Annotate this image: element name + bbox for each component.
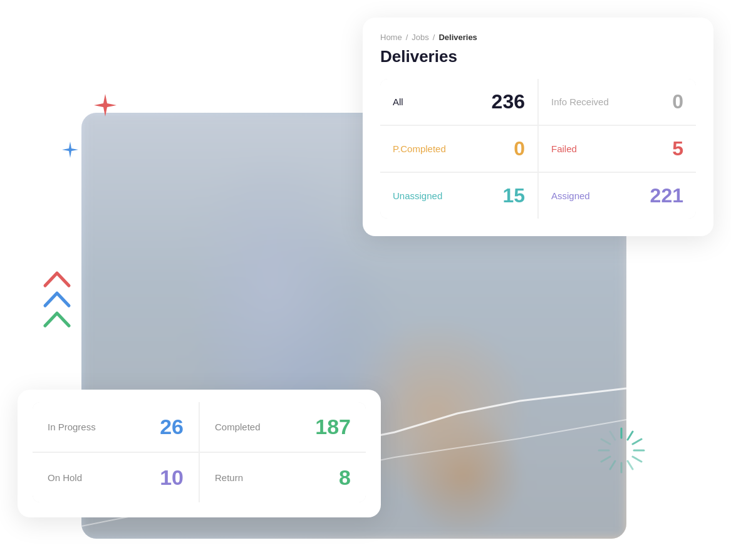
svg-line-1 [628,432,633,440]
stat-on-hold-value: 10 [160,465,184,490]
svg-line-5 [628,461,633,469]
stat-on-hold-label: On Hold [48,472,82,483]
stat-info-received[interactable]: Info Received 0 [539,79,696,125]
breadcrumb-sep1: / [406,33,408,42]
svg-line-8 [601,457,610,462]
stat-in-progress[interactable]: In Progress 26 [33,402,199,452]
breadcrumb-deliveries[interactable]: Deliveries [438,33,477,42]
breadcrumb: Home / Jobs / Deliveries [380,33,696,42]
stat-return[interactable]: Return 8 [200,453,366,502]
stat-failed-value: 5 [672,137,683,160]
stat-unassigned-value: 15 [502,184,525,207]
svg-line-7 [610,461,615,469]
chevron-green-icon [43,309,71,328]
stat-assigned-label: Assigned [551,190,590,201]
stat-assigned[interactable]: Assigned 221 [539,173,696,219]
breadcrumb-home[interactable]: Home [380,33,402,42]
teal-sparkle-icon [593,422,650,479]
red-star-icon [93,93,118,118]
stat-completed[interactable]: Completed 187 [200,402,366,452]
chevron-red-icon [43,269,71,288]
stat-all[interactable]: All 236 [380,79,537,125]
bottom-stats-grid: In Progress 26 Completed 187 On Hold 10 … [33,402,366,502]
svg-line-10 [601,439,610,444]
svg-line-11 [610,432,615,440]
stat-completed-value: 187 [315,415,351,439]
stat-info-received-label: Info Received [551,96,609,107]
stat-in-progress-value: 26 [160,415,184,439]
blue-star-icon [61,141,79,158]
stat-unassigned-label: Unassigned [393,190,442,201]
breadcrumb-jobs[interactable]: Jobs [412,33,428,42]
stat-unassigned[interactable]: Unassigned 15 [380,173,537,219]
stat-failed[interactable]: Failed 5 [539,126,696,172]
page-title: Deliveries [380,47,696,66]
stat-return-value: 8 [339,465,351,490]
bottom-card: In Progress 26 Completed 187 On Hold 10 … [18,390,381,517]
chevron-stack [43,269,71,328]
stat-assigned-value: 221 [650,184,683,207]
stat-all-value: 236 [492,90,525,113]
stat-in-progress-label: In Progress [48,422,96,432]
stat-info-received-value: 0 [672,90,683,113]
stat-p-completed-label: P.Completed [393,143,446,154]
svg-line-2 [633,439,641,444]
stats-grid: All 236 Info Received 0 P.Completed 0 Fa… [380,79,696,219]
deliveries-card: Home / Jobs / Deliveries Deliveries All … [363,18,713,236]
stat-completed-label: Completed [215,422,261,432]
svg-line-4 [633,457,641,462]
stat-p-completed-value: 0 [514,137,525,160]
stat-failed-label: Failed [551,143,577,154]
breadcrumb-sep2: / [433,33,435,42]
stat-p-completed[interactable]: P.Completed 0 [380,126,537,172]
stat-on-hold[interactable]: On Hold 10 [33,453,199,502]
stat-return-label: Return [215,472,243,483]
stat-all-label: All [393,96,403,107]
chevron-blue-icon [43,289,71,308]
